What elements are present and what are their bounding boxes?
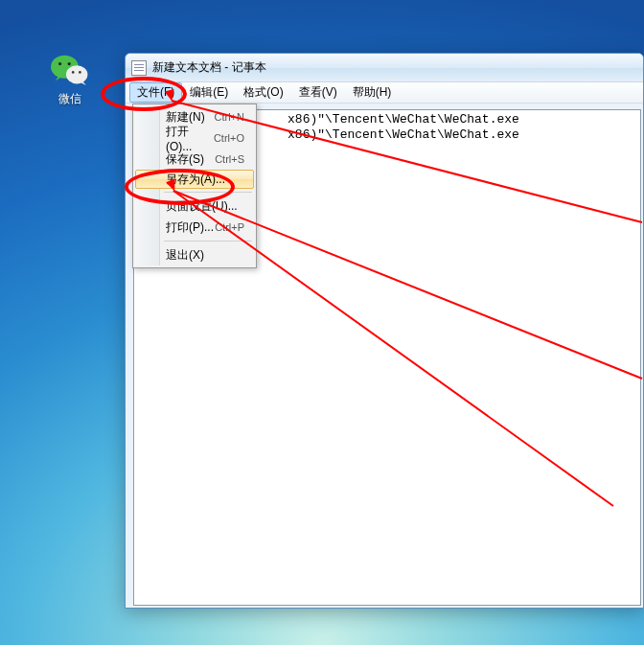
menu-item-shortcut: Ctrl+N <box>215 111 244 123</box>
menu-item-open[interactable]: 打开(O)... Ctrl+O <box>135 127 254 149</box>
menubar: 文件(F) 编辑(E) 格式(O) 查看(V) 帮助(H) <box>126 82 643 104</box>
menu-item-print[interactable]: 打印(P)... Ctrl+P <box>135 217 254 238</box>
menu-item-label: 退出(X) <box>166 247 204 264</box>
menu-view[interactable]: 查看(V) <box>291 82 345 103</box>
menu-edit[interactable]: 编辑(E) <box>182 82 236 103</box>
menu-format[interactable]: 格式(O) <box>236 82 290 103</box>
svg-point-5 <box>79 71 81 74</box>
menu-item-exit[interactable]: 退出(X) <box>135 244 254 265</box>
menu-item-shortcut: Ctrl+S <box>215 153 244 165</box>
menu-help[interactable]: 帮助(H) <box>345 82 400 103</box>
file-menu-dropdown: 新建(N) Ctrl+N 打开(O)... Ctrl+O 保存(S) Ctrl+… <box>132 104 257 268</box>
menu-item-page-setup[interactable]: 页面设置(U)... <box>135 196 254 217</box>
desktop-icon-wechat[interactable]: 微信 <box>36 53 104 107</box>
menu-item-save-as[interactable]: 另存为(A)... <box>135 170 254 189</box>
window-title: 新建文本文档 - 记事本 <box>152 59 266 76</box>
menu-separator <box>164 192 252 193</box>
desktop-icon-label: 微信 <box>36 91 104 107</box>
menu-separator <box>164 241 252 242</box>
wechat-icon <box>51 53 89 87</box>
svg-point-2 <box>68 62 71 65</box>
menu-item-label: 保存(S) <box>166 151 204 168</box>
menu-item-shortcut: Ctrl+P <box>215 221 244 233</box>
svg-point-3 <box>66 65 87 83</box>
svg-point-1 <box>58 62 61 65</box>
titlebar[interactable]: 新建文本文档 - 记事本 <box>126 54 643 82</box>
menu-item-shortcut: Ctrl+O <box>214 132 244 144</box>
menu-item-save[interactable]: 保存(S) Ctrl+S <box>135 149 254 170</box>
menu-item-label: 打印(P)... <box>166 219 214 236</box>
menu-item-label: 页面设置(U)... <box>166 198 238 215</box>
svg-point-4 <box>72 71 75 74</box>
notepad-icon <box>131 60 147 76</box>
